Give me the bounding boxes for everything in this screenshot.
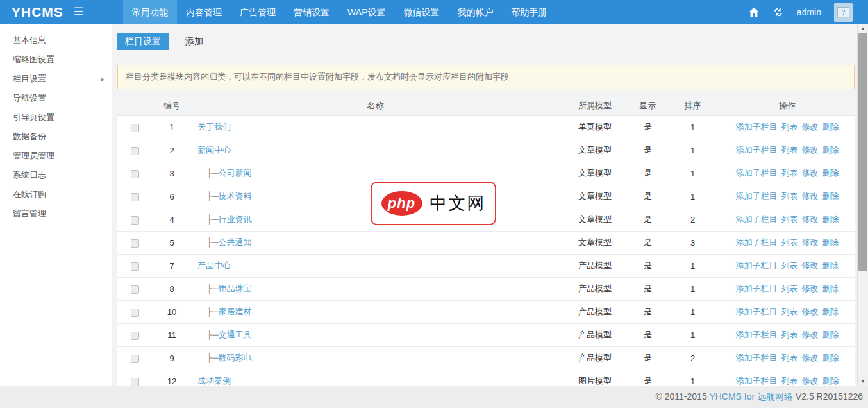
column-name-link[interactable]: 行业资讯	[218, 214, 251, 224]
row-checkbox[interactable]	[131, 124, 139, 132]
add-subcolumn-link[interactable]: 添加子栏目	[736, 214, 778, 224]
column-name-link[interactable]: 技术资料	[218, 191, 251, 201]
add-subcolumn-link[interactable]: 添加子栏目	[736, 330, 778, 339]
column-name-link[interactable]: 饰品珠宝	[218, 284, 251, 293]
row-checkbox[interactable]	[131, 309, 139, 317]
edit-link[interactable]: 修改	[802, 353, 819, 362]
list-link[interactable]: 列表	[781, 168, 798, 178]
add-subcolumn-link[interactable]: 添加子栏目	[736, 353, 778, 362]
add-subcolumn-link[interactable]: 添加子栏目	[736, 260, 778, 270]
sidebar-item-data-backup[interactable]: 数据备份	[0, 127, 112, 146]
delete-link[interactable]: 删除	[822, 122, 839, 132]
add-subcolumn-link[interactable]: 添加子栏目	[736, 237, 778, 247]
scroll-down-icon[interactable]: ▼	[858, 377, 868, 386]
list-link[interactable]: 列表	[781, 260, 798, 270]
add-subcolumn-link[interactable]: 添加子栏目	[736, 284, 778, 293]
list-link[interactable]: 列表	[781, 307, 798, 316]
row-checkbox[interactable]	[131, 355, 139, 363]
list-link[interactable]: 列表	[781, 122, 798, 132]
list-link[interactable]: 列表	[781, 191, 798, 201]
delete-link[interactable]: 删除	[822, 353, 839, 362]
list-link[interactable]: 列表	[781, 237, 798, 247]
sidebar-item-nav-settings[interactable]: 导航设置	[0, 89, 112, 108]
row-checkbox[interactable]	[131, 332, 139, 340]
delete-link[interactable]: 删除	[822, 307, 839, 316]
list-link[interactable]: 列表	[781, 214, 798, 224]
row-checkbox[interactable]	[131, 193, 139, 201]
column-name-link[interactable]: 产品中心	[197, 260, 231, 270]
list-link[interactable]: 列表	[781, 284, 798, 293]
delete-link[interactable]: 删除	[822, 214, 839, 224]
sidebar-item-message-management[interactable]: 留言管理	[0, 204, 112, 223]
edit-link[interactable]: 修改	[802, 284, 819, 293]
column-name-link[interactable]: 公共通知	[218, 237, 251, 247]
column-name-link[interactable]: 家居建材	[218, 307, 251, 316]
column-name-link[interactable]: 成功案例	[197, 376, 231, 386]
sidebar-item-column-settings[interactable]: 栏目设置 ▸	[0, 69, 112, 89]
delete-link[interactable]: 删除	[822, 260, 839, 270]
vertical-scrollbar[interactable]: ▲ ▼	[857, 24, 868, 386]
add-subcolumn-link[interactable]: 添加子栏目	[736, 145, 778, 155]
delete-link[interactable]: 删除	[822, 330, 839, 339]
scroll-up-icon[interactable]: ▲	[858, 24, 868, 33]
hamburger-menu-icon[interactable]: ☰	[74, 0, 83, 24]
edit-link[interactable]: 修改	[802, 168, 819, 178]
row-checkbox[interactable]	[131, 147, 139, 155]
delete-link[interactable]: 删除	[822, 168, 839, 178]
edit-link[interactable]: 修改	[802, 237, 819, 247]
add-subcolumn-link[interactable]: 添加子栏目	[736, 168, 778, 178]
edit-link[interactable]: 修改	[802, 376, 819, 386]
row-checkbox[interactable]	[131, 239, 139, 248]
edit-link[interactable]: 修改	[802, 191, 819, 201]
list-link[interactable]: 列表	[781, 376, 798, 386]
nav-item-my-account[interactable]: 我的帐户	[448, 0, 502, 24]
add-subcolumn-link[interactable]: 添加子栏目	[736, 376, 778, 386]
edit-link[interactable]: 修改	[802, 330, 819, 339]
sidebar-item-basic-info[interactable]: 基本信息	[0, 31, 112, 50]
sidebar-item-thumbnail-settings[interactable]: 缩略图设置	[0, 50, 112, 69]
scrollbar-thumb[interactable]	[858, 33, 867, 271]
column-name-link[interactable]: 公司新闻	[218, 168, 251, 178]
list-link[interactable]: 列表	[781, 145, 798, 155]
column-name-link[interactable]: 数码彩电	[218, 353, 251, 362]
list-link[interactable]: 列表	[781, 330, 798, 339]
row-checkbox[interactable]	[131, 262, 139, 271]
delete-link[interactable]: 删除	[822, 284, 839, 293]
column-name-link[interactable]: 新闻中心	[197, 145, 231, 155]
nav-item-common-functions[interactable]: 常用功能	[123, 0, 177, 24]
avatar[interactable]: ?	[834, 3, 853, 22]
row-checkbox[interactable]	[131, 216, 139, 225]
app-logo[interactable]: YHCMS	[12, 4, 63, 20]
nav-item-marketing-settings[interactable]: 营销设置	[285, 0, 338, 24]
sidebar-item-guide-page-settings[interactable]: 引导页设置	[0, 108, 112, 127]
column-name-link[interactable]: 关于我们	[197, 122, 231, 132]
row-checkbox[interactable]	[131, 285, 139, 294]
edit-link[interactable]: 修改	[802, 145, 819, 155]
delete-link[interactable]: 删除	[822, 237, 839, 247]
tab-add[interactable]: 添加	[185, 36, 203, 47]
list-link[interactable]: 列表	[781, 353, 798, 362]
refresh-icon[interactable]	[772, 6, 784, 18]
sidebar-item-online-order[interactable]: 在线订购	[0, 185, 112, 204]
nav-item-help-manual[interactable]: 帮助手册	[502, 0, 556, 24]
home-icon[interactable]	[748, 6, 760, 18]
delete-link[interactable]: 删除	[822, 191, 839, 201]
add-subcolumn-link[interactable]: 添加子栏目	[736, 122, 778, 132]
edit-link[interactable]: 修改	[802, 260, 819, 270]
delete-link[interactable]: 删除	[822, 145, 839, 155]
sidebar-item-system-log[interactable]: 系统日志	[0, 166, 112, 185]
add-subcolumn-link[interactable]: 添加子栏目	[736, 191, 778, 201]
nav-item-ad-management[interactable]: 广告管理	[231, 0, 285, 24]
nav-item-wap-settings[interactable]: WAP设置	[338, 0, 394, 24]
sidebar-item-admin-management[interactable]: 管理员管理	[0, 146, 112, 166]
username-label[interactable]: admin	[797, 7, 821, 17]
footer-yhcms-link[interactable]: YHCMS for 远航网络	[709, 391, 793, 402]
edit-link[interactable]: 修改	[802, 307, 819, 316]
row-checkbox[interactable]	[131, 378, 139, 386]
add-subcolumn-link[interactable]: 添加子栏目	[736, 307, 778, 316]
nav-item-content-management[interactable]: 内容管理	[177, 0, 231, 24]
nav-item-wechat-settings[interactable]: 微信设置	[394, 0, 448, 24]
delete-link[interactable]: 删除	[822, 376, 839, 386]
column-name-link[interactable]: 交通工具	[218, 330, 251, 339]
edit-link[interactable]: 修改	[802, 122, 819, 132]
